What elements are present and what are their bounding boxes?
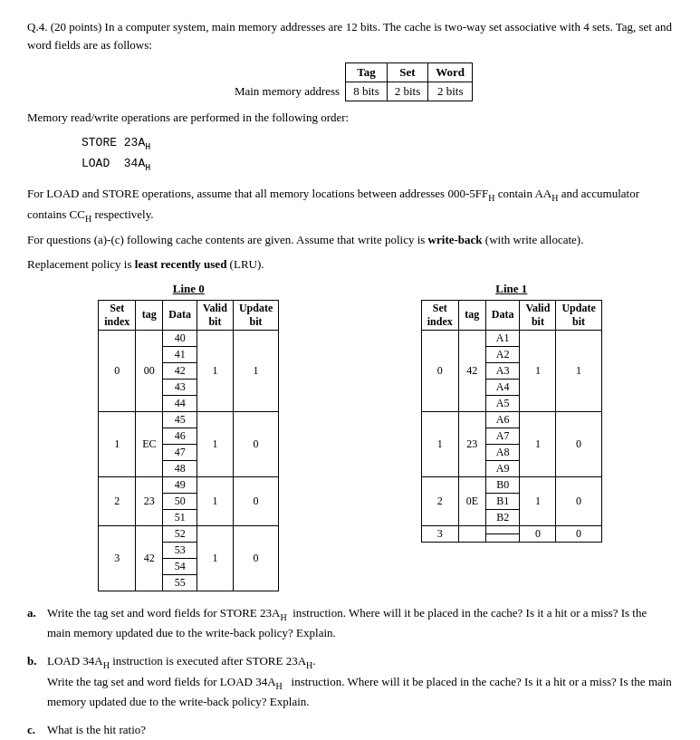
tag-header: Tag	[346, 63, 388, 82]
l1-set1: 1	[421, 411, 458, 476]
l0-col-valid: Validbit	[197, 300, 233, 330]
l0-data2-1: 50	[163, 493, 197, 509]
l0-tag0: 00	[136, 330, 163, 411]
line0-header-row: Setindex tag Data Validbit Updatebit	[99, 300, 279, 330]
para1-sub3: H	[85, 213, 91, 223]
qa-content-c: What is the hit ratio?	[47, 721, 673, 740]
l0-tag1: EC	[136, 411, 163, 476]
qa-item-c: c. What is the hit ratio?	[27, 721, 673, 740]
l1-set2: 2	[421, 476, 458, 525]
qa-b-sub3: H	[276, 680, 283, 690]
qa-content-b: LOAD 34AH instruction is executed after …	[47, 652, 673, 712]
l0-col-update: Updatebit	[233, 300, 278, 330]
l0-col-data: Data	[163, 300, 197, 330]
l1-data0-1: A2	[485, 346, 520, 362]
l0-set2: 2	[99, 476, 136, 525]
qa-letter-c: c.	[27, 721, 47, 740]
l1-data1-0: A6	[485, 411, 520, 428]
table-row: 1 23 A6 1 0	[421, 411, 601, 428]
l1-valid0: 1	[520, 330, 556, 411]
memory-address-table: Tag Set Word Main memory address 8 bits …	[227, 62, 473, 101]
line1-header-row: Setindex tag Data Validbit Updatebit	[421, 300, 601, 330]
qa-letter-a: a.	[27, 604, 47, 643]
l0-data1-0: 45	[163, 411, 197, 428]
l1-valid3: 0	[520, 525, 556, 542]
l0-data0-2: 42	[163, 362, 197, 379]
table-row: 3 0 0	[421, 525, 601, 533]
tag-bits: 8 bits	[346, 82, 388, 101]
qa-letter-b: b.	[27, 652, 47, 712]
para3: Replacement policy is least recently use…	[27, 255, 673, 274]
l0-data3-1: 53	[163, 542, 197, 558]
l1-col-tag: tag	[458, 300, 485, 330]
qa-b-sub2: H	[306, 660, 312, 670]
l1-update1: 0	[556, 411, 601, 476]
l0-set0: 0	[99, 330, 136, 411]
l1-set3: 3	[421, 525, 458, 542]
store-op-line: STORE 23AH	[82, 133, 673, 155]
l0-data3-2: 54	[163, 558, 197, 574]
word-bits: 2 bits	[428, 82, 473, 101]
l0-data0-1: 41	[163, 346, 197, 362]
para2: For questions (a)-(c) following cache co…	[27, 231, 673, 250]
qa-a-sub1: H	[280, 611, 286, 621]
memory-address-table-container: Tag Set Word Main memory address 8 bits …	[27, 62, 673, 101]
table-row: 3 42 52 1 0	[99, 525, 279, 542]
table-row: 0 00 40 1 1	[99, 330, 279, 346]
word-header: Word	[428, 63, 473, 82]
l1-col-valid: Validbit	[520, 300, 556, 330]
cache-tables-wrapper: Line 0 Setindex tag Data Validbit Update…	[27, 282, 673, 591]
l1-data1-1: A7	[485, 428, 520, 444]
l1-data2-1: B1	[485, 493, 520, 509]
line0-container: Line 0 Setindex tag Data Validbit Update…	[98, 282, 279, 591]
table-row: 2 0E B0 1 0	[421, 476, 601, 493]
l1-update0: 1	[556, 330, 601, 411]
l1-col-set: Setindex	[421, 300, 458, 330]
write-back-label: write-back	[428, 233, 483, 246]
l0-data1-1: 46	[163, 428, 197, 444]
line0-table: Setindex tag Data Validbit Updatebit 0 0…	[98, 300, 279, 591]
qa-section: a. Write the tag set and word fields for…	[27, 604, 673, 740]
qa-b-sub1: H	[103, 660, 110, 670]
l1-tag3	[458, 525, 485, 542]
l1-col-update: Updatebit	[556, 300, 601, 330]
l0-tag2: 23	[136, 476, 163, 525]
store-load-ops: STORE 23AH LOAD 34AH	[82, 133, 673, 176]
memory-ops-intro: Memory read/write operations are perform…	[27, 109, 673, 128]
l1-data1-3: A9	[485, 460, 520, 476]
l0-tag3: 42	[136, 525, 163, 591]
l1-valid1: 1	[520, 411, 556, 476]
l0-data0-3: 43	[163, 379, 197, 395]
para1-sub2: H	[551, 193, 558, 203]
l0-data2-0: 49	[163, 476, 197, 493]
l0-set1: 1	[99, 411, 136, 476]
memory-ops-text: Memory read/write operations are perform…	[27, 111, 349, 124]
l0-update3: 0	[233, 525, 278, 591]
l1-col-data: Data	[485, 300, 520, 330]
l0-col-set: Setindex	[99, 300, 136, 330]
line1-title: Line 1	[421, 282, 602, 296]
l1-data0-2: A3	[485, 362, 520, 379]
qa-content-a: Write the tag set and word fields for ST…	[47, 604, 673, 643]
main-memory-label: Main memory address	[227, 82, 346, 101]
set-header: Set	[387, 63, 428, 82]
l0-data3-0: 52	[163, 525, 197, 542]
l0-valid3: 1	[197, 525, 233, 591]
table-row: 1 EC 45 1 0	[99, 411, 279, 428]
lru-label: least recently used	[135, 257, 227, 271]
l0-data3-3: 55	[163, 574, 197, 591]
l1-data0-0: A1	[485, 330, 520, 346]
para1-sub1: H	[488, 193, 494, 203]
qa-item-b: b. LOAD 34AH instruction is executed aft…	[27, 652, 673, 712]
l1-update2: 0	[556, 476, 601, 525]
l0-valid2: 1	[197, 476, 233, 525]
l0-data2-2: 51	[163, 509, 197, 525]
question-header: Q.4. (20 points) In a computer system, m…	[27, 18, 673, 53]
question-text-main: Q.4. (20 points) In a computer system, m…	[27, 20, 672, 52]
table-row: 2 23 49 1 0	[99, 476, 279, 493]
question-container: Q.4. (20 points) In a computer system, m…	[27, 18, 673, 740]
l1-data0-4: A5	[485, 395, 520, 411]
load-sub: H	[145, 163, 150, 173]
l0-update2: 0	[233, 476, 278, 525]
l0-data0-0: 40	[163, 330, 197, 346]
